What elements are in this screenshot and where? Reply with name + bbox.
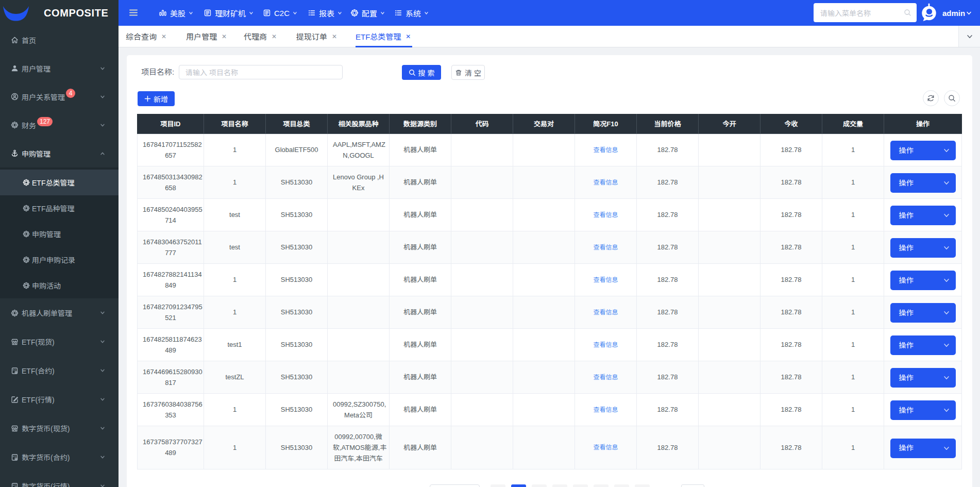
svg-text:SQL: SQL [12,483,17,486]
svg-text:SQL: SQL [12,368,17,371]
svg-text:SQL: SQL [12,455,17,457]
